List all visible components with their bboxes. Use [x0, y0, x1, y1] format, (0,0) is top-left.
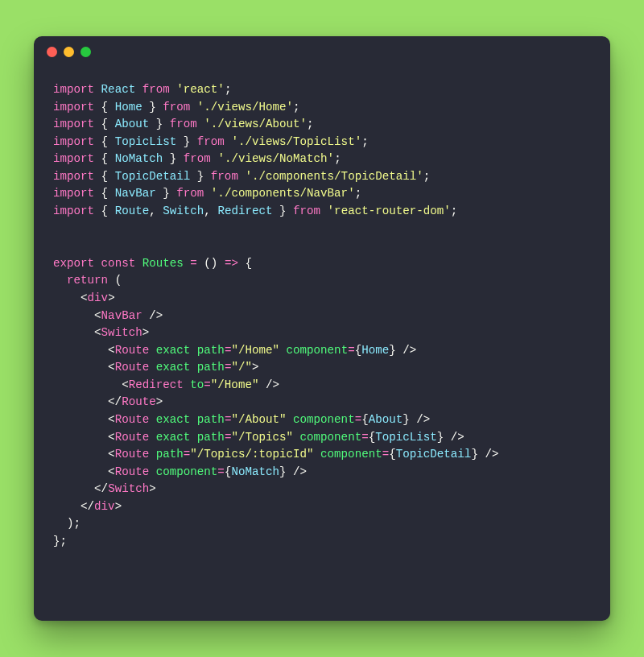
code-token: >	[115, 500, 122, 513]
code-token: <	[53, 361, 115, 374]
code-token: {	[245, 257, 252, 270]
code-token: {	[101, 152, 115, 165]
code-line: import React from 'react';	[53, 81, 591, 99]
code-token: TopicDetail	[396, 448, 472, 461]
code-line: import { Route, Switch, Redirect } from …	[53, 203, 591, 221]
code-token: ;	[423, 170, 431, 183]
code-token: />	[266, 378, 279, 391]
code-token: Route	[115, 344, 156, 357]
code-line: <Redirect to="/Home" />	[53, 377, 591, 395]
code-token: component	[293, 413, 355, 426]
code-token: exact	[156, 344, 197, 357]
code-token: TopicDetail	[115, 170, 197, 183]
code-token: import	[53, 118, 101, 130]
code-token: <	[53, 413, 115, 426]
code-token: path	[197, 431, 225, 444]
code-token: Route	[115, 361, 156, 374]
code-token: import	[53, 170, 101, 183]
maximize-icon[interactable]	[80, 47, 91, 57]
code-line: import { NoMatch } from './views/NoMatch…	[53, 151, 591, 168]
code-token: }	[402, 413, 416, 426]
code-token: ()	[204, 257, 225, 270]
code-line: <Route path="/Topics/:topicId" component…	[53, 446, 591, 464]
code-token: from	[197, 135, 232, 148]
code-token: <	[53, 309, 101, 322]
code-line: return (	[53, 272, 591, 290]
code-token: NavBar	[115, 187, 163, 200]
code-token: );	[53, 517, 80, 530]
code-token: />	[416, 413, 430, 426]
code-token: {	[101, 118, 115, 130]
code-token: import	[53, 187, 101, 200]
code-token: from	[176, 187, 211, 200]
code-line: <Route exact path="/Home" component={Hom…	[53, 342, 591, 360]
code-line: <Route exact path="/Topics" component={T…	[53, 429, 591, 447]
code-token: <	[53, 431, 115, 444]
code-token: Route	[115, 431, 156, 444]
code-token: </	[53, 482, 108, 495]
code-token: }	[163, 187, 176, 200]
code-token: component	[300, 431, 362, 444]
code-line: <NavBar />	[53, 308, 591, 325]
code-line: };	[53, 533, 591, 551]
code-token: }	[279, 205, 293, 217]
code-token: ;	[334, 152, 341, 165]
code-token: import	[53, 152, 101, 165]
code-token: =	[361, 431, 369, 444]
code-token: ,	[149, 205, 163, 217]
code-token: >	[156, 395, 163, 408]
code-token: Switch	[108, 482, 149, 495]
code-token: ,	[204, 205, 217, 217]
code-line: import { NavBar } from './components/Nav…	[53, 185, 591, 203]
code-token: =	[204, 378, 211, 391]
code-token: Switch	[101, 326, 142, 339]
code-line: import { TopicDetail } from './component…	[53, 168, 591, 186]
code-line	[53, 221, 591, 238]
code-line: );	[53, 515, 591, 533]
code-token: TopicList	[115, 135, 184, 148]
code-token: import	[53, 101, 101, 114]
code-token: to	[190, 378, 204, 391]
code-token: <	[53, 291, 88, 304]
code-token: {	[355, 344, 362, 357]
minimize-icon[interactable]	[64, 47, 74, 57]
code-token: <	[53, 378, 129, 391]
code-token: ;	[225, 83, 232, 96]
code-token: />	[451, 431, 464, 444]
code-token: }	[156, 118, 170, 130]
code-token: =	[382, 448, 390, 461]
code-token: ;	[451, 205, 458, 217]
code-token: Routes	[142, 257, 191, 270]
code-token: <	[53, 448, 115, 461]
code-token: TopicList	[375, 431, 437, 444]
code-token: Home	[361, 344, 389, 357]
code-token: {	[101, 135, 115, 148]
code-token: exact	[156, 361, 197, 374]
code-token: <	[53, 344, 115, 357]
code-token: 'react-router-dom'	[328, 205, 451, 217]
code-token: path	[197, 344, 225, 357]
window-titlebar	[34, 36, 610, 67]
code-token: from	[170, 118, 204, 130]
code-token: ;	[355, 187, 362, 200]
code-token: 'react'	[176, 83, 225, 96]
code-token: }	[197, 170, 211, 183]
code-token: Switch	[163, 205, 204, 217]
code-token: from	[142, 83, 177, 96]
code-token: export	[53, 257, 101, 270]
code-token: };	[53, 535, 67, 548]
code-token: =	[217, 465, 225, 478]
code-token: ;	[361, 135, 369, 148]
code-token: />	[149, 309, 163, 322]
code-token: "/Topics"	[231, 431, 299, 444]
code-token: >	[142, 326, 150, 339]
code-token: from	[163, 101, 197, 114]
code-token: About	[115, 118, 156, 130]
code-token: Home	[115, 101, 150, 114]
code-token: <	[53, 326, 101, 339]
code-token: Route	[115, 465, 156, 478]
close-icon[interactable]	[47, 47, 57, 57]
code-line: import { TopicList } from './views/Topic…	[53, 134, 591, 151]
code-token: exact	[156, 431, 197, 444]
code-token: =>	[225, 257, 246, 270]
